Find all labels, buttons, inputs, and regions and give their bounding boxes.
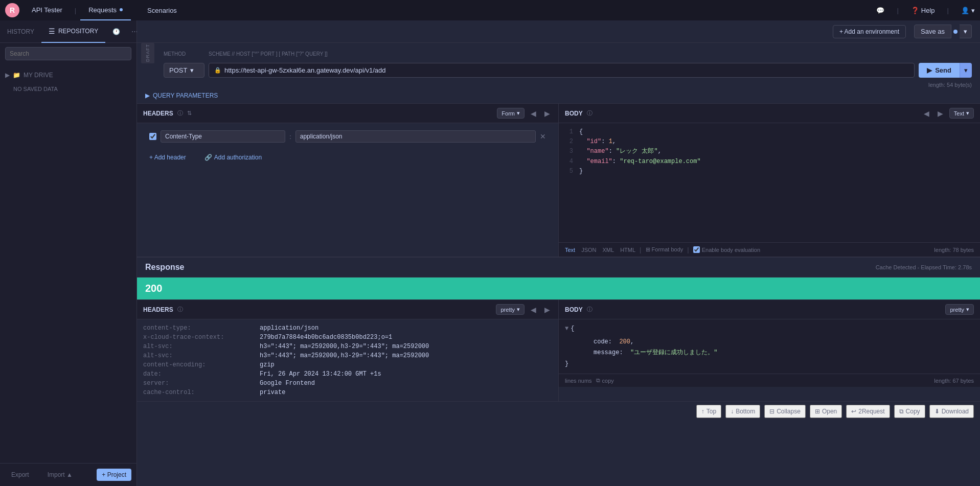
bottom-icon: ↓	[731, 408, 734, 415]
arrow-right-button[interactable]: ▶	[542, 108, 552, 119]
search-input[interactable]	[5, 47, 131, 60]
copy-link-button[interactable]: ⧉ copy	[596, 377, 614, 384]
nav-tab-scenarios[interactable]: Scenarios	[139, 0, 185, 20]
resp-line-brace-open: ▼ {	[565, 323, 974, 335]
body-tab-json[interactable]: JSON	[581, 247, 596, 253]
body-tab-text[interactable]: Text	[565, 247, 575, 253]
resp-2request-button[interactable]: ↩ 2Request	[846, 405, 890, 418]
resp-collapse-button[interactable]: ⊟ Collapse	[764, 405, 806, 418]
sidebar-my-drive: ▶ 📁 MY DRIVE NO SAVED DATA	[0, 64, 136, 102]
query-params-toggle[interactable]: ▶ QUERY PARAMETERS	[145, 92, 972, 99]
format-body-button[interactable]: ⊞ Format body	[646, 246, 683, 253]
query-params-row: ▶ QUERY PARAMETERS	[137, 90, 980, 103]
nav-tab-api-tester[interactable]: API Tester	[24, 0, 71, 20]
resp-copy-button[interactable]: ⧉ Copy	[894, 405, 925, 418]
response-two-col: HEADERS ⓘ pretty ▾ ◀ ▶ c	[137, 299, 980, 401]
url-input[interactable]	[224, 66, 909, 74]
response-body-panel-header: BODY ⓘ pretty ▾	[559, 300, 980, 319]
status-code: 200	[145, 283, 162, 294]
headers-list: : ✕	[137, 123, 558, 150]
body-panel-title: BODY	[565, 110, 583, 117]
chevron-down-icon: ▾	[190, 66, 194, 74]
response-meta: Cache Detected - Elapsed Time: 2.78s	[876, 264, 972, 270]
resp-download-button[interactable]: ⬇ Download	[929, 405, 974, 418]
panels-row: HEADERS ⓘ ⇅ Form ▾ ◀ ▶	[137, 103, 980, 257]
arrow-left-button[interactable]: ◀	[529, 108, 538, 119]
add-environment-button[interactable]: + Add an environment	[833, 25, 906, 38]
body-length: length: 78 bytes	[934, 247, 974, 253]
my-drive-header[interactable]: ▶ 📁 MY DRIVE	[5, 70, 131, 81]
chevron-down-icon: ▾	[517, 110, 520, 117]
resp-open-button[interactable]: ⊞ Open	[810, 405, 842, 418]
method-select[interactable]: POST ▾	[164, 63, 204, 78]
resp-header-cache: cache-control: private	[143, 388, 552, 397]
resp-arrow-left-button[interactable]: ◀	[529, 305, 538, 315]
resp-headers-info-icon[interactable]: ⓘ	[177, 306, 183, 313]
request-section: DRAFT METHOD SCHEME // HOST ["^" PORT ] …	[137, 43, 980, 257]
collapse-icon[interactable]: ▼	[565, 323, 568, 335]
response-headers-panel-header: HEADERS ⓘ pretty ▾ ◀ ▶	[137, 300, 558, 319]
chevron-down-icon: ▾	[966, 306, 969, 313]
body-arrow-right-button[interactable]: ▶	[936, 108, 945, 119]
method-label-area: METHOD	[164, 51, 204, 59]
resp-bottom-button[interactable]: ↓ Bottom	[725, 405, 760, 418]
sidebar-tabs: HISTORY ☰ REPOSITORY 🕐 ⋯	[0, 20, 136, 43]
resp-arrow-right-button[interactable]: ▶	[542, 305, 552, 315]
add-authorization-button[interactable]: 🔗 Add authorization	[198, 152, 268, 163]
link-icon: 🔗	[204, 154, 212, 161]
top-nav: R API Tester | Requests Scenarios 💬 | ❓ …	[0, 0, 980, 20]
body-tab-xml[interactable]: XML	[603, 247, 614, 253]
resp-body-info-icon[interactable]: ⓘ	[587, 306, 592, 313]
body-arrow-left-button[interactable]: ◀	[922, 108, 931, 119]
open-icon: ⊞	[815, 408, 820, 415]
sidebar-footer: Export Import ▲ + Project	[0, 463, 136, 486]
copy-small-icon: ⧉	[596, 377, 600, 384]
export-button[interactable]: Export	[5, 469, 35, 480]
form-button[interactable]: Form ▾	[497, 108, 525, 119]
project-button[interactable]: + Project	[97, 469, 131, 481]
resp-body-pretty-button[interactable]: pretty ▾	[945, 304, 974, 315]
help-button[interactable]: ❓ Help	[911, 7, 935, 14]
headers-panel-header: HEADERS ⓘ ⇅ Form ▾ ◀ ▶	[137, 104, 558, 123]
save-as-dropdown[interactable]: ▾	[960, 25, 972, 38]
info-icon[interactable]: ⓘ	[177, 109, 183, 117]
import-button[interactable]: Import ▲	[41, 469, 79, 480]
send-button[interactable]: ▶ Send	[919, 63, 960, 78]
sidebar-tab-history[interactable]: HISTORY	[0, 20, 41, 43]
url-input-wrapper: 🔒	[209, 63, 915, 78]
header-val-input-0[interactable]	[295, 130, 536, 143]
body-tab-html[interactable]: HTML	[620, 247, 635, 253]
body-text-button[interactable]: Text ▾	[949, 108, 974, 119]
resp-pretty-button[interactable]: pretty ▾	[496, 304, 525, 315]
delete-header-icon-0[interactable]: ✕	[540, 132, 546, 141]
content-topbar: + Add an environment Save as ▾	[137, 20, 980, 43]
sort-icon[interactable]: ⇅	[187, 110, 192, 117]
resp-header-content-type: content-type: application/json	[143, 323, 552, 333]
resp-header-trace: x-cloud-trace-context: 279bd7a7884e4b0bc…	[143, 333, 552, 342]
resp-line-code: code: 200,	[565, 337, 974, 348]
nav-tab-requests[interactable]: Requests	[80, 0, 131, 20]
chat-button[interactable]: 💬	[876, 7, 884, 14]
enable-eval-checkbox[interactable]	[693, 246, 700, 253]
enable-eval-label[interactable]: Enable body evaluation	[693, 246, 760, 253]
collapse-icon: ⊟	[769, 408, 774, 415]
header-key-input-0[interactable]	[161, 130, 285, 143]
code-line-3: 3 "name": "レック 太郎",	[565, 147, 974, 156]
lock-icon: 🔒	[214, 67, 221, 74]
resp-top-button[interactable]: ↑ Top	[696, 405, 721, 418]
url-label: SCHEME // HOST ["^" PORT ] [ PATH ["?" Q…	[209, 51, 972, 57]
body-code-editor[interactable]: 1 { 2 "id": 1, 3 "name": "レック 太郎",	[559, 123, 980, 242]
sidebar-tab-repository[interactable]: ☰ REPOSITORY	[41, 20, 105, 43]
repo-icon: ☰	[49, 27, 55, 35]
user-menu[interactable]: 👤 ▾	[961, 7, 975, 14]
send-dropdown-button[interactable]: ▾	[960, 63, 972, 78]
save-as-button[interactable]: Save as	[914, 25, 951, 38]
lines-nums-button[interactable]: lines nums	[565, 378, 592, 384]
code-line-2: 2 "id": 1,	[565, 137, 974, 147]
header-checkbox-0[interactable]	[149, 133, 156, 140]
add-header-button[interactable]: + Add header	[143, 152, 192, 163]
response-body-editor[interactable]: ▼ { code: 200, message: "ユーザ登録に成功しました。"	[559, 319, 980, 374]
response-headers-table: content-type: application/json x-cloud-t…	[137, 319, 558, 401]
body-info-icon[interactable]: ⓘ	[587, 109, 592, 117]
sidebar-tab-extra[interactable]: 🕐	[105, 20, 127, 43]
